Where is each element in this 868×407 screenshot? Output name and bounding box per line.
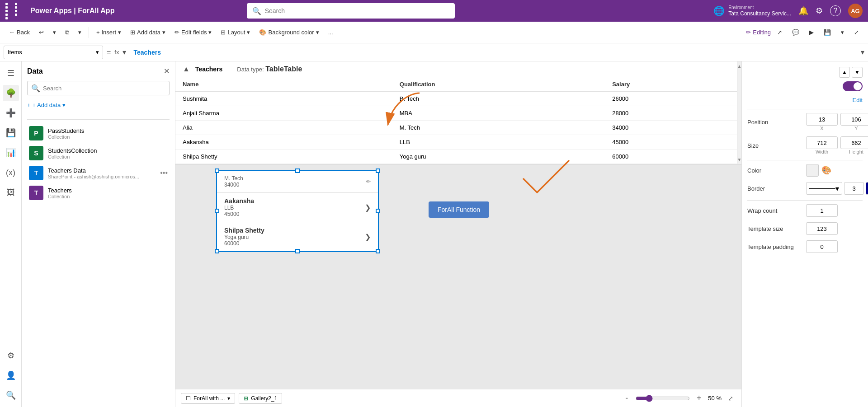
search-side-icon[interactable]: 🔍 (3, 387, 19, 403)
help-icon[interactable]: ? (830, 5, 841, 16)
position-row: Position X Y (747, 113, 863, 131)
gallery-item-1-edit-icon[interactable]: ✏ (366, 178, 371, 185)
variable-icon[interactable]: (x) (3, 164, 19, 181)
data-source-teachersdata[interactable]: T Teachers Data SharePoint - ashish@ashi… (27, 163, 170, 183)
more-button[interactable]: ... (325, 27, 337, 37)
global-search-bar[interactable]: 🔍 (247, 3, 455, 19)
border-style-chevron: ▾ (835, 184, 839, 193)
save-button[interactable]: 💾 (820, 27, 835, 37)
gallery-item-3-chevron-icon[interactable]: ❯ (365, 233, 371, 241)
width-label: Width (806, 149, 838, 154)
sidebar-toggle-icon[interactable]: ☰ (3, 65, 19, 81)
data-search-field[interactable]: 🔍 (27, 81, 170, 95)
bg-color-button[interactable]: 🎨 Background color ▾ (255, 27, 322, 37)
data-icon[interactable]: 💾 (3, 125, 19, 141)
data-preview-header: ▲ Teachers Data type: TableTable (175, 61, 741, 77)
property-selector[interactable]: Items ▾ (4, 46, 103, 59)
color-picker-icon[interactable]: 🎨 (821, 165, 831, 175)
media-icon[interactable]: 🖼 (3, 184, 19, 201)
back-button[interactable]: ← Back (5, 27, 33, 37)
studentscollection-icon: S (29, 146, 43, 160)
zoom-out-button[interactable]: - (621, 393, 632, 404)
gallery-item-3-content: Shilpa Shetty Yoga guru 60000 (224, 227, 264, 247)
panel-toggle[interactable] (843, 81, 863, 91)
formula-input[interactable]: Teachers (130, 49, 857, 56)
color-swatch[interactable] (806, 164, 819, 177)
panel-scroll-down-icon[interactable]: ▼ (852, 67, 863, 78)
add-data-button[interactable]: ⊞ Add data ▾ (127, 27, 169, 37)
add-data-button-panel[interactable]: + + Add data ▾ (27, 100, 170, 110)
wrap-count-label: Wrap count (747, 207, 806, 214)
gallery-item-2[interactable]: Aakansha LLB 45000 ❯ (217, 193, 378, 222)
layout-button[interactable]: ⊞ Layout ▾ (217, 27, 254, 37)
copy-button[interactable]: ⧉ (61, 27, 73, 38)
fx-button[interactable]: fx (114, 49, 119, 56)
template-size-input[interactable] (806, 222, 838, 235)
undo-button[interactable]: ↩ (35, 27, 47, 37)
analytics-icon[interactable]: 📊 (3, 145, 19, 161)
pencil-icon: ✏ (175, 29, 179, 36)
edit-link[interactable]: Edit (853, 97, 863, 103)
insert-button[interactable]: + Insert ▾ (93, 27, 125, 37)
copy-dropdown[interactable]: ▾ (75, 27, 85, 37)
panel-scroll-up-icon[interactable]: ▲ (839, 67, 850, 78)
avatar[interactable]: AG (848, 4, 863, 18)
settings-side-icon[interactable]: ⚙ (3, 347, 19, 364)
formula-collapse-icon[interactable]: ▾ (861, 48, 864, 56)
account-icon[interactable]: 👤 (3, 367, 19, 384)
run-button[interactable]: ▶ (806, 27, 817, 37)
formula-bar: Items ▾ = fx ▾ Teachers ▾ (0, 43, 868, 61)
size-width-input[interactable] (806, 136, 838, 149)
data-source-passstudents[interactable]: P PassStudents Collection (27, 123, 170, 143)
row2-name: Anjali Sharma (175, 106, 392, 121)
edit-fields-button[interactable]: ✏ Edit fields ▾ (171, 27, 215, 37)
gallery-item-1[interactable]: M. Tech 34000 ✏ (217, 171, 378, 193)
tab-forall-chevron[interactable]: ▾ (227, 395, 230, 402)
zoom-slider[interactable] (636, 395, 690, 402)
zoom-in-button[interactable]: + (693, 393, 704, 404)
fullscreen-button[interactable]: ⤢ (850, 27, 863, 37)
formula-chevron-icon: ▾ (123, 48, 126, 56)
forall-function-button[interactable]: ForAll Function (429, 201, 489, 218)
search-input[interactable] (265, 7, 449, 14)
data-source-studentscollection[interactable]: S StudentsCollection Collection (27, 143, 170, 163)
scroll-up-icon[interactable]: ▲ (737, 61, 741, 70)
gallery-item-2-chevron-icon[interactable]: ❯ (365, 203, 371, 212)
undo-dropdown[interactable]: ▾ (49, 27, 60, 37)
size-height-input[interactable] (840, 136, 868, 149)
notification-icon[interactable]: 🔔 (798, 6, 808, 16)
data-preview-back-icon[interactable]: ▲ (183, 65, 190, 73)
gallery-item-3[interactable]: Shilpa Shetty Yoga guru 60000 ❯ (217, 222, 378, 251)
template-padding-label: Template padding (747, 243, 806, 250)
tab-gallery2[interactable]: ⊞ Gallery2_1 (239, 393, 282, 404)
share-button[interactable]: ↗ (774, 27, 786, 37)
add-data-label: Add data (137, 29, 160, 36)
table-scrollbar[interactable]: ▲ ▼ (737, 61, 741, 164)
waffle-menu[interactable] (5, 3, 23, 19)
tab-forall[interactable]: ☐ ForAll with ... ▾ (181, 393, 235, 404)
insert-icon[interactable]: ➕ (3, 105, 19, 121)
teachersdata-menu-icon[interactable]: ••• (160, 169, 168, 177)
teachers-info: Teachers Collection (48, 187, 168, 199)
data-type-value: Table (265, 65, 284, 73)
back-icon: ← (9, 29, 15, 36)
border-color-swatch[interactable] (866, 182, 868, 195)
position-y-input[interactable] (840, 113, 868, 126)
border-style-selector[interactable]: ▾ (806, 182, 842, 195)
settings-icon[interactable]: ⚙ (816, 6, 823, 16)
comments-button[interactable]: 💬 (788, 27, 803, 37)
zoom-fit-button[interactable]: ⤢ (725, 393, 736, 404)
data-search-input[interactable] (43, 85, 165, 92)
save-dropdown[interactable]: ▾ (837, 27, 848, 37)
scroll-down-icon[interactable]: ▼ (737, 155, 741, 164)
template-padding-input[interactable] (806, 240, 838, 253)
data-panel-close-button[interactable]: ✕ (164, 67, 170, 75)
size-inputs: Width Height (806, 136, 868, 154)
wrap-count-input[interactable] (806, 204, 838, 217)
border-width-input[interactable] (844, 182, 864, 195)
position-x-input[interactable] (806, 113, 838, 126)
data-preview-title: Teachers (195, 65, 222, 73)
data-source-teachers[interactable]: T Teachers Collection (27, 183, 170, 203)
tree-view-icon[interactable]: 🌳 (3, 85, 19, 101)
gallery-item-2-name: Aakansha (224, 197, 254, 205)
